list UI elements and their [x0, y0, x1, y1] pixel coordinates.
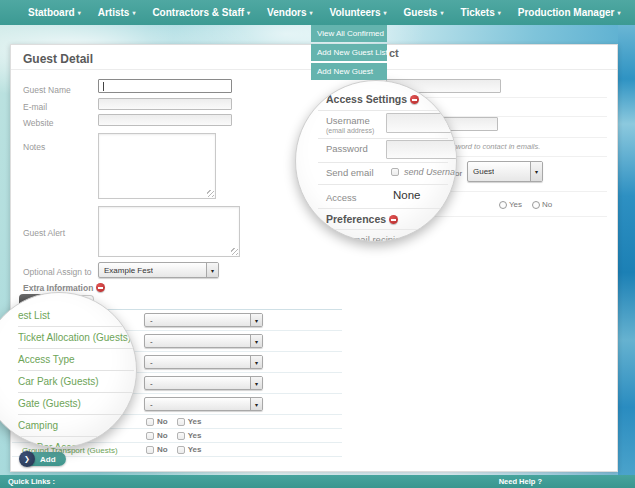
nav-item[interactable]: Tickets ▾	[460, 7, 500, 18]
send-email-note: send Userna	[404, 167, 455, 177]
website-input[interactable]	[98, 114, 232, 126]
resize-grip-icon[interactable]	[231, 248, 238, 255]
extra-info-select[interactable]: - ▾	[144, 397, 263, 411]
website-label: Website	[23, 118, 54, 128]
quick-links-label[interactable]: Quick Links :	[8, 477, 55, 486]
select-value: -	[145, 400, 153, 409]
password-input-magnified[interactable]	[386, 140, 457, 159]
nav-item-label: Contractors & Staff	[152, 7, 244, 18]
guests-menu-item[interactable]: View All Confirmed	[311, 25, 387, 42]
select-value: -	[145, 337, 153, 346]
chevron-down-icon: ▾	[617, 9, 620, 16]
panel-title: Guest Detail	[23, 52, 93, 66]
divider	[318, 162, 448, 163]
radio-no[interactable]	[532, 201, 540, 209]
nav-item[interactable]: Production Manager ▾	[518, 7, 621, 18]
resize-grip-icon[interactable]	[207, 190, 214, 197]
access-settings-title: Access Settings	[326, 93, 419, 105]
guest-alert-label: Guest Alert	[23, 228, 65, 238]
magnified-extra-label: est List	[18, 310, 50, 321]
footer-bar: Quick Links : Need Help ?	[0, 475, 635, 488]
yes-label: Yes	[188, 431, 202, 440]
yes-no-radio-group: Yes No	[499, 200, 552, 209]
select-value: Guest	[468, 167, 494, 176]
divider	[318, 138, 448, 139]
no-label: No	[157, 431, 168, 440]
preferences-title: Preferences	[326, 213, 398, 225]
guest-alert-textarea[interactable]	[98, 206, 240, 257]
radio-yes-group: Yes	[499, 200, 522, 209]
notes-label: Notes	[23, 142, 45, 152]
notes-textarea[interactable]	[98, 133, 216, 199]
guests-menu-item[interactable]: Add New Guest	[311, 63, 387, 80]
radio-no-group: No	[532, 200, 552, 209]
chevron-down-icon: ▾	[78, 9, 81, 16]
chevron-down-icon: ▾	[498, 9, 501, 16]
username-hint: (email address)	[326, 127, 374, 134]
nav-item[interactable]: Volunteers ▾	[330, 7, 387, 18]
nav-item[interactable]: Artists ▾	[98, 7, 136, 18]
nav-item-label: Tickets	[460, 7, 494, 18]
nav-item-label: Guests	[404, 7, 438, 18]
add-button[interactable]: ❯ Add	[19, 451, 66, 467]
checkbox-yes[interactable]	[177, 418, 185, 426]
chevron-down-icon: ▾	[440, 9, 443, 16]
chevron-down-icon: ▾	[206, 263, 218, 277]
guests-menu-item[interactable]: Add New Guest List	[311, 44, 387, 61]
extra-info-select[interactable]: - ▾	[144, 355, 263, 369]
preferences-title-text: Preferences	[326, 213, 386, 225]
email-input[interactable]	[98, 98, 232, 110]
yes-label: Yes	[188, 417, 202, 426]
yes-label: Yes	[188, 445, 202, 454]
nav-item-label: Vendors	[267, 7, 306, 18]
magnified-extra-row: Ticket Allocation (Guests)	[18, 327, 134, 349]
divider	[318, 110, 448, 111]
chevron-right-icon: ❯	[19, 451, 35, 467]
checkbox-no[interactable]	[146, 432, 154, 440]
nav-item-label: Statboard	[28, 7, 75, 18]
checkbox-yes[interactable]	[177, 432, 185, 440]
select-value: Example Fest	[99, 266, 153, 275]
nav-item[interactable]: Guests ▾	[404, 7, 444, 18]
page: Statboard ▾ Artists ▾ Contractors & Staf…	[0, 0, 635, 488]
chevron-down-icon: ▾	[247, 9, 250, 16]
remove-icon[interactable]	[96, 283, 105, 292]
remove-icon[interactable]	[410, 95, 419, 104]
extra-info-select[interactable]: - ▾	[144, 376, 263, 390]
password-label: Password	[326, 143, 368, 154]
chevron-down-icon: ▾	[530, 162, 542, 181]
guest-type-select[interactable]: Guest ▾	[467, 161, 543, 182]
access-label: Access	[326, 192, 357, 203]
chevron-down-icon: ▾	[384, 9, 387, 16]
text-cursor	[103, 82, 104, 91]
extra-info-select[interactable]: - ▾	[144, 334, 263, 348]
yes-no-group: No Yes	[146, 445, 207, 454]
checkbox-no[interactable]	[146, 446, 154, 454]
extra-info-select[interactable]: - ▾	[144, 313, 263, 327]
chevron-down-icon: ▾	[250, 335, 262, 347]
optional-assign-select[interactable]: Example Fest ▾	[98, 262, 219, 278]
send-email-checkbox[interactable]	[391, 168, 399, 176]
need-help-link[interactable]: Need Help ?	[499, 477, 542, 486]
nav-item[interactable]: Vendors ▾	[267, 7, 312, 18]
chevron-down-icon: ▾	[250, 356, 262, 368]
checkbox-no[interactable]	[146, 418, 154, 426]
nav-item-label: Volunteers	[330, 7, 381, 18]
partial-heading: ct	[389, 47, 399, 59]
background-image-strip	[618, 25, 635, 475]
chevron-down-icon: ▾	[310, 9, 313, 16]
remove-icon[interactable]	[389, 215, 398, 224]
nav-item[interactable]: Contractors & Staff ▾	[152, 7, 250, 18]
checkbox-yes[interactable]	[177, 446, 185, 454]
radio-yes[interactable]	[499, 201, 507, 209]
select-value: -	[145, 379, 153, 388]
top-nav: Statboard ▾ Artists ▾ Contractors & Staf…	[0, 0, 635, 25]
guest-name-input[interactable]	[98, 79, 232, 93]
nav-item-label: Production Manager	[518, 7, 615, 18]
magnified-extra-label: Car Park (Guests)	[18, 376, 99, 387]
select-value: -	[145, 316, 153, 325]
divider	[318, 208, 448, 209]
magnified-extra-row: Car Park (Guests)	[18, 371, 134, 393]
nav-item[interactable]: Statboard ▾	[28, 7, 81, 18]
chevron-down-icon: ▾	[250, 314, 262, 326]
